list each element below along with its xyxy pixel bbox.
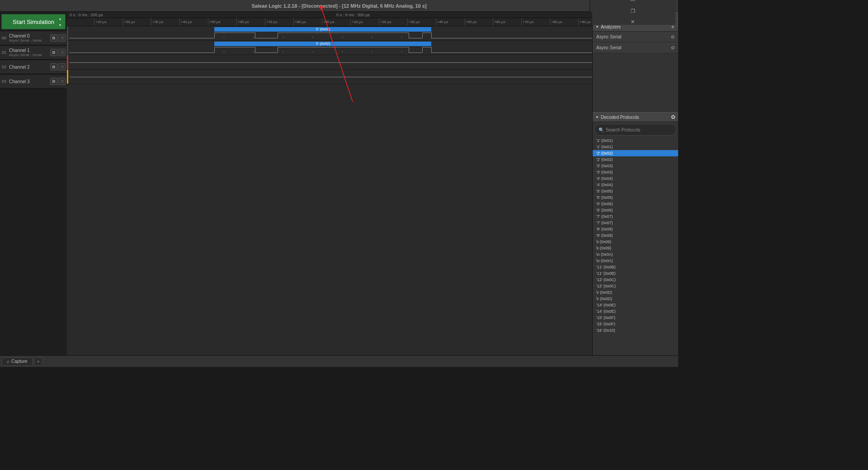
capture-tab[interactable]: ⌕ Capture [2,357,33,366]
channel-settings-button[interactable]: ✿ [50,63,57,70]
title-bar: Saleae Logic 1.2.18 - [Disconnected] - [… [0,0,678,12]
protocol-item[interactable]: \t (0x09) [593,245,678,251]
protocol-item[interactable]: '2' (0x02) [593,150,678,156]
protocol-item[interactable]: \n (0x0A) [593,258,678,264]
ruler-tick: +10 µs [94,18,106,26]
protocol-item[interactable]: '5' (0x05) [593,194,678,201]
ruler-tick: +30 µs [151,18,163,26]
gear-icon[interactable]: ✿ [671,34,675,39]
protocol-item[interactable]: \t (0x09) [593,239,678,245]
search-placeholder: Search Protocols [606,127,640,132]
ruler-tick: +90 µs [322,18,334,26]
protocol-item[interactable]: \n (0x0A) [593,251,678,258]
protocol-item[interactable]: '15' (0x0F) [593,315,678,321]
protocol-item[interactable]: '6' (0x06) [593,201,678,207]
channel-name: Channel 1 [9,48,50,53]
gear-icon[interactable]: ✿ [671,45,675,50]
spinner-icon[interactable]: ▲▼ [57,15,63,28]
protocol-item[interactable]: '7' (0x07) [593,213,678,220]
analyzer-item[interactable]: Async Serial✿ [593,42,678,53]
channel-number: 01 [1,50,7,55]
start-simulation-button[interactable]: Start Simulation ▲▼ [1,14,66,29]
channel-name: Channel 2 [9,65,50,70]
channel-number: 03 [1,79,7,84]
protocol-item[interactable]: '5' (0x05) [593,188,678,194]
minimize-button[interactable]: — [629,0,637,3]
channel-trigger-button[interactable]: ⎍ [58,49,66,56]
protocol-item[interactable]: '11' (0x0B) [593,270,678,277]
protocol-item[interactable]: \r (0x0D) [593,296,678,302]
channel-settings-button[interactable]: ✿ [50,78,57,85]
protocol-item[interactable]: '14' (0x0E) [593,308,678,315]
channel-trigger-button[interactable]: ⎍ [58,78,66,85]
bottom-bar: ⌕ Capture » [0,355,678,367]
protocol-item[interactable]: '1' (0x01) [593,137,678,144]
time-ruler[interactable]: +10 µs+20 µs+30 µs+40 µs+50 µs+60 µs+70 … [67,18,592,26]
decode-bubble[interactable]: '2' (0x02) [214,27,431,32]
waveform-row-1[interactable]: '2' (0x02) . . . . . . . . . . [67,41,592,55]
waveform-area[interactable]: 0 s : 0 ms : 200 µs 0 s : 0 ms : 300 µs … [67,12,592,355]
protocol-item[interactable]: '6' (0x06) [593,207,678,213]
channel-number: 00 [1,36,7,40]
ruler-tick: +70 µs [265,18,277,26]
protocol-item[interactable]: '8' (0x08) [593,232,678,239]
protocol-item[interactable]: '8' (0x08) [593,226,678,232]
protocol-item[interactable]: \r (0x0D) [593,289,678,296]
protocol-item[interactable]: '16' (0x10) [593,327,678,334]
protocols-settings-button[interactable]: ✿ [671,114,675,120]
protocol-item[interactable]: '3' (0x03) [593,163,678,169]
decode-bubble[interactable]: '2' (0x02) [214,42,431,46]
channel-row-0[interactable]: 00 Channel 0 Async Serial - Serial ✿ ⎍ [0,31,67,45]
protocol-item[interactable]: '12' (0x0C) [593,277,678,283]
ruler-tick: +60 µs [236,18,249,26]
close-button[interactable]: ✕ [629,19,637,25]
analyzer-item[interactable]: Async Serial✿ [593,32,678,42]
protocol-item[interactable]: '14' (0x0E) [593,302,678,308]
ruler-tick: +50 µs [208,18,220,26]
channel-name: Channel 3 [9,79,50,84]
ruler-tick: +20 µs [123,18,135,26]
magnify-icon: ⌕ [7,359,9,364]
protocol-item[interactable]: '11' (0x0B) [593,264,678,270]
tab-expand-button[interactable]: » [34,357,42,366]
waveform-row-0[interactable]: '2' (0x02) . . . . . . . . . . [67,26,592,41]
ruler-tick: +20 µs [379,18,391,26]
start-button-label: Start Simulation [13,19,54,25]
protocol-list[interactable]: '1' (0x01)'1' (0x01)'2' (0x02)'2' (0x02)… [593,137,678,355]
protocol-item[interactable]: '3' (0x03) [593,169,678,175]
channel-trigger-button[interactable]: ⎍ [58,63,66,70]
channel-settings-button[interactable]: ✿ [50,49,57,56]
protocol-item[interactable]: '2' (0x02) [593,156,678,163]
ruler-tick: +80 µs [550,18,562,26]
channel-trigger-button[interactable]: ⎍ [58,34,66,42]
maximize-button[interactable]: ❐ [629,8,637,14]
ruler-tick: +40 µs [436,18,448,26]
side-panel: ▶ Annotations ▼ Analyzers ＋ Async Serial… [592,12,678,355]
channel-settings-button[interactable]: ✿ [50,34,57,42]
window-title: Saleae Logic 1.2.18 - [Disconnected] - [… [251,3,426,9]
protocol-item[interactable]: '7' (0x07) [593,220,678,226]
channel-subtitle: Async Serial - Serial [9,53,50,57]
ruler-tick: +50 µs [464,18,476,26]
channel-row-2[interactable]: 02 Channel 2 ✿ ⎍ [0,60,67,74]
time-header: 0 s : 0 ms : 200 µs 0 s : 0 ms : 300 µs [67,12,592,18]
protocol-item[interactable]: '1' (0x01) [593,144,678,150]
channel-panel: Start Simulation ▲▼ 00 Channel 0 Async S… [0,12,67,355]
decoded-protocols-header[interactable]: ▼ Decoded Protocols ✿ [593,112,678,122]
protocol-item[interactable]: '15' (0x0F) [593,321,678,327]
ruler-tick: +40 µs [179,18,192,26]
protocol-item[interactable]: '12' (0x0C) [593,283,678,289]
search-protocols-input[interactable]: 🔍 Search Protocols [594,124,676,136]
channel-name: Channel 0 [9,33,50,38]
protocol-item[interactable]: '4' (0x04) [593,175,678,182]
channel-number: 02 [1,65,7,69]
waveform-row-3[interactable] [67,70,592,84]
protocol-item[interactable]: '4' (0x04) [593,182,678,188]
channel-row-3[interactable]: 03 Channel 3 ✿ ⎍ [0,74,67,89]
ruler-tick: +60 µs [493,18,505,26]
waveform-row-2[interactable] [67,55,592,70]
channel-row-1[interactable]: 01 Channel 1 Async Serial - Serial ✿ ⎍ [0,45,67,60]
ruler-tick: +10 µs [350,18,363,26]
channel-subtitle: Async Serial - Serial [9,38,50,42]
chevron-down-icon: ▼ [595,115,599,119]
